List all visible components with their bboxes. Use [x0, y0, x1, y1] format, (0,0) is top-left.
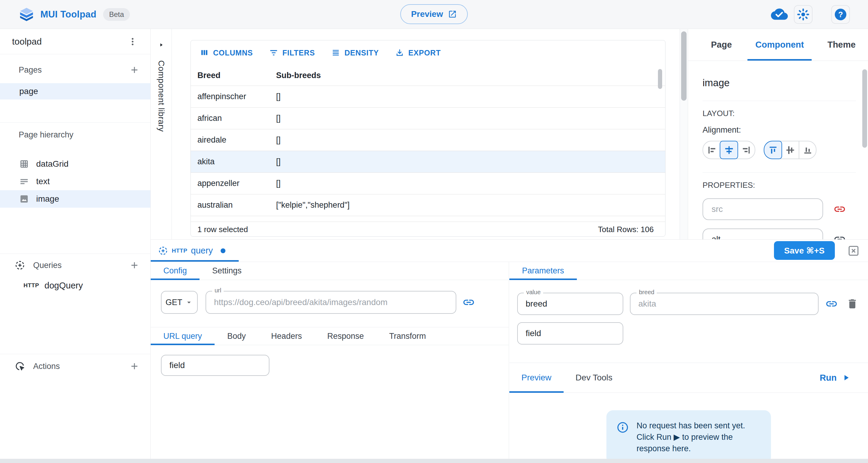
filters-button[interactable]: FILTERS [266, 46, 318, 60]
hierarchy-item-text[interactable]: text [0, 173, 150, 190]
canvas-scrollbar[interactable] [680, 29, 688, 239]
cell-breed[interactable]: akita [191, 157, 276, 166]
beta-badge: Beta [103, 8, 130, 21]
columns-button[interactable]: COLUMNS [197, 46, 256, 60]
cell-sub-breeds[interactable]: [] [276, 157, 665, 166]
export-button[interactable]: EXPORT [392, 46, 444, 60]
info-icon [617, 422, 629, 454]
tab-response[interactable]: Response [315, 327, 377, 345]
tab-headers[interactable]: Headers [258, 327, 315, 345]
cell-breed[interactable]: african [191, 114, 276, 123]
app-header: MUI Toolpad Beta Preview [0, 0, 868, 29]
theme-toggle-button[interactable] [794, 5, 812, 24]
tab-transform[interactable]: Transform [376, 327, 438, 345]
cell-sub-breeds[interactable]: [] [276, 135, 665, 145]
plus-icon [129, 260, 140, 270]
add-page-button[interactable] [127, 63, 141, 77]
plus-icon [129, 65, 140, 75]
density-button-label: DENSITY [344, 49, 379, 57]
cell-breed[interactable]: airedale [191, 135, 276, 145]
param-value-label: breed [637, 289, 657, 296]
alignment-controls [703, 141, 856, 159]
tab-config[interactable]: Config [151, 262, 199, 280]
align-horizontal-right-icon [741, 145, 751, 155]
plus-icon [129, 361, 140, 371]
help-button[interactable]: ? [831, 5, 850, 24]
inspector-scrollbar-thumb[interactable] [862, 69, 867, 148]
query-item-dogquery[interactable]: HTTP dogQuery [0, 277, 150, 294]
bottom-scrollbar-track[interactable] [0, 459, 868, 463]
cell-breed[interactable]: australian [191, 200, 276, 210]
binding-link-icon-param[interactable] [825, 298, 838, 310]
datagrid-component[interactable]: COLUMNS FILTERS DENSITY EXPORT [190, 40, 665, 237]
hierarchy-item-image[interactable]: image [0, 190, 150, 208]
tab-component[interactable]: Component [747, 29, 812, 61]
align-vertical-center-button[interactable] [781, 142, 799, 159]
param-name-input[interactable] [517, 293, 623, 315]
close-query-editor-button[interactable] [847, 244, 860, 257]
column-header-sub-breeds[interactable]: Sub-breeds [276, 71, 665, 80]
canvas-scrollbar-thumb[interactable] [681, 31, 687, 101]
align-vertical-bottom-button[interactable] [799, 142, 816, 159]
table-row[interactable]: african [] [191, 107, 665, 129]
url-query-field-input[interactable] [161, 355, 270, 376]
actions-icon [14, 361, 25, 372]
cell-sub-breeds[interactable]: ["kelpie","shepherd"] [276, 200, 665, 210]
cell-sub-breeds[interactable]: [] [276, 179, 665, 188]
query-item-label: dogQuery [44, 281, 83, 290]
param-second-name-input[interactable] [517, 322, 623, 344]
param-value-input[interactable] [630, 293, 818, 315]
datagrid-scrollbar-thumb[interactable] [658, 69, 662, 89]
table-row[interactable]: appenzeller [] [191, 173, 665, 194]
url-input[interactable] [206, 291, 456, 314]
export-button-label: EXPORT [408, 49, 441, 57]
param-name-label: value [524, 289, 543, 296]
hierarchy-item-datagrid[interactable]: dataGrid [0, 155, 150, 173]
tab-body[interactable]: Body [215, 327, 258, 345]
table-row[interactable]: australian ["kelpie","shepherd"] [191, 194, 665, 216]
component-library-rail[interactable]: Component library [151, 29, 172, 239]
http-method-select[interactable]: GET [161, 291, 198, 314]
binding-link-icon-url[interactable] [462, 296, 475, 309]
tab-parameters[interactable]: Parameters [509, 262, 577, 280]
tab-settings[interactable]: Settings [199, 262, 254, 280]
align-horizontal-center-button[interactable] [720, 141, 738, 159]
table-row-selected[interactable]: akita [] [191, 151, 665, 173]
project-menu-button[interactable] [126, 35, 140, 49]
cell-breed[interactable]: appenzeller [191, 179, 276, 188]
add-query-button[interactable] [127, 258, 141, 272]
density-button[interactable]: DENSITY [328, 46, 382, 60]
download-icon [395, 48, 404, 57]
cell-sub-breeds[interactable]: [] [276, 114, 665, 123]
columns-icon [200, 48, 209, 57]
query-tab-label: query [191, 246, 213, 256]
inspector-tabs: Page Component Theme [688, 29, 868, 61]
add-action-button[interactable] [127, 359, 141, 373]
table-row[interactable]: affenpinscher [] [191, 86, 665, 107]
clipped-row [191, 216, 665, 221]
column-header-breed[interactable]: Breed [191, 71, 276, 80]
binding-link-icon-src[interactable] [833, 203, 846, 216]
align-vertical-bottom-icon [803, 145, 813, 155]
delete-param-icon[interactable] [846, 298, 858, 310]
align-horizontal-right-button[interactable] [738, 142, 755, 159]
tab-preview[interactable]: Preview [509, 363, 564, 393]
cell-sub-breeds[interactable]: [] [276, 92, 665, 101]
tab-page[interactable]: Page [703, 29, 740, 61]
save-button[interactable]: Save ⌘+S [774, 241, 835, 260]
hierarchy-item-label: text [36, 177, 50, 186]
tab-theme[interactable]: Theme [819, 29, 863, 61]
align-horizontal-left-button[interactable] [703, 142, 720, 159]
preview-button[interactable]: Preview [400, 4, 468, 24]
run-button[interactable]: Run [820, 373, 850, 383]
sidebar-item-page[interactable]: page [0, 83, 150, 99]
query-tab[interactable]: HTTP query [151, 246, 225, 256]
actions-section-label: Actions [33, 362, 60, 371]
cell-breed[interactable]: affenpinscher [191, 92, 276, 101]
app-title: MUI Toolpad [40, 9, 96, 20]
tab-dev-tools[interactable]: Dev Tools [564, 363, 624, 393]
tab-url-query[interactable]: URL query [151, 327, 215, 345]
src-input[interactable] [703, 198, 823, 220]
table-row[interactable]: airedale [] [191, 129, 665, 151]
align-vertical-top-button[interactable] [764, 141, 782, 159]
